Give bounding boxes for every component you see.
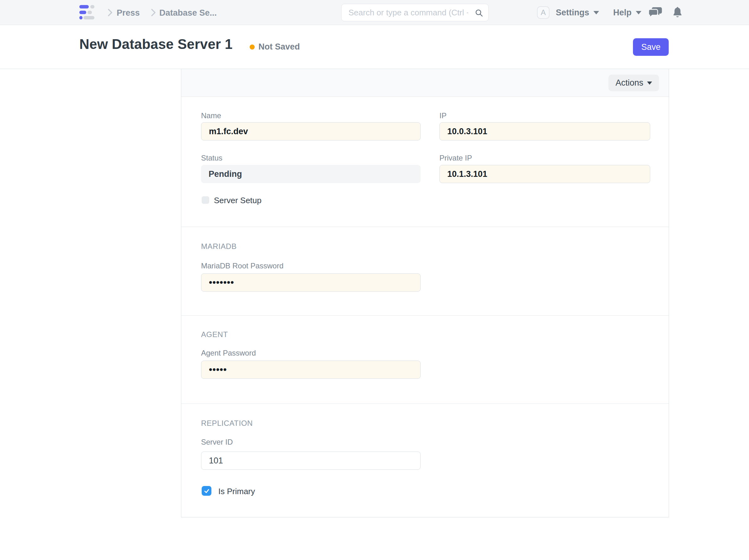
not-saved-indicator-dot	[250, 45, 255, 49]
ip-field-label: IP	[440, 111, 447, 120]
ip-input[interactable]	[440, 122, 650, 141]
breadcrumb-press[interactable]: Press	[117, 8, 140, 18]
private-ip-input[interactable]	[440, 165, 650, 183]
mariadb-root-password-input[interactable]	[201, 274, 421, 292]
app-window: Press Database Se... A Settings Help	[0, 0, 749, 560]
messages-button[interactable]	[649, 0, 662, 25]
checkmark-icon	[204, 488, 210, 494]
name-input[interactable]	[201, 122, 421, 141]
form-container: Actions Name IP Status Pending Private I…	[181, 69, 669, 517]
chevron-right-icon	[107, 8, 113, 17]
caret-down-icon	[594, 11, 599, 15]
chat-bubbles-icon	[649, 6, 662, 19]
server-id-label: Server ID	[201, 438, 233, 447]
agent-password-input[interactable]	[201, 361, 421, 379]
search-input[interactable]	[342, 4, 488, 21]
settings-menu[interactable]: Settings	[556, 0, 599, 25]
app-logo-icon[interactable]	[79, 5, 95, 20]
server-setup-label: Server Setup	[214, 196, 262, 206]
agent-section-heading: AGENT	[201, 330, 228, 339]
actions-button-label: Actions	[615, 78, 643, 88]
help-menu-label: Help	[613, 8, 632, 18]
caret-down-icon	[647, 82, 652, 85]
form-toolbar: Actions	[181, 69, 669, 97]
replication-section-heading: REPLICATION	[201, 419, 253, 428]
avatar-letter: A	[541, 8, 546, 17]
section-divider	[181, 404, 669, 404]
page-header: New Database Server 1 Not Saved Save	[0, 25, 749, 69]
breadcrumb-database-server[interactable]: Database Se...	[159, 8, 217, 18]
search-icon	[474, 8, 483, 17]
agent-password-label: Agent Password	[201, 349, 256, 358]
page-title: New Database Server 1	[79, 36, 232, 52]
actions-button[interactable]: Actions	[608, 74, 659, 91]
chevron-right-icon	[150, 8, 157, 17]
global-search	[341, 4, 489, 21]
not-saved-indicator-label: Not Saved	[258, 42, 300, 52]
name-field-label: Name	[201, 111, 221, 120]
mariadb-root-password-label: MariaDB Root Password	[201, 261, 283, 270]
settings-menu-label: Settings	[556, 8, 590, 18]
is-primary-label: Is Primary	[218, 487, 255, 496]
help-menu[interactable]: Help	[613, 0, 641, 25]
private-ip-field-label: Private IP	[440, 154, 472, 163]
navbar: Press Database Se... A Settings Help	[0, 0, 749, 25]
save-button[interactable]: Save	[633, 38, 669, 56]
status-value: Pending	[201, 165, 421, 183]
notifications-button[interactable]	[672, 0, 683, 25]
caret-down-icon	[636, 11, 641, 15]
mariadb-section-heading: MARIADB	[201, 242, 237, 251]
is-primary-checkbox[interactable]	[202, 486, 211, 496]
section-divider	[181, 316, 669, 316]
status-field-label: Status	[201, 154, 222, 163]
bell-icon	[672, 6, 683, 19]
server-setup-checkbox[interactable]	[202, 196, 209, 204]
avatar[interactable]: A	[537, 6, 550, 19]
server-id-input[interactable]	[201, 452, 421, 470]
